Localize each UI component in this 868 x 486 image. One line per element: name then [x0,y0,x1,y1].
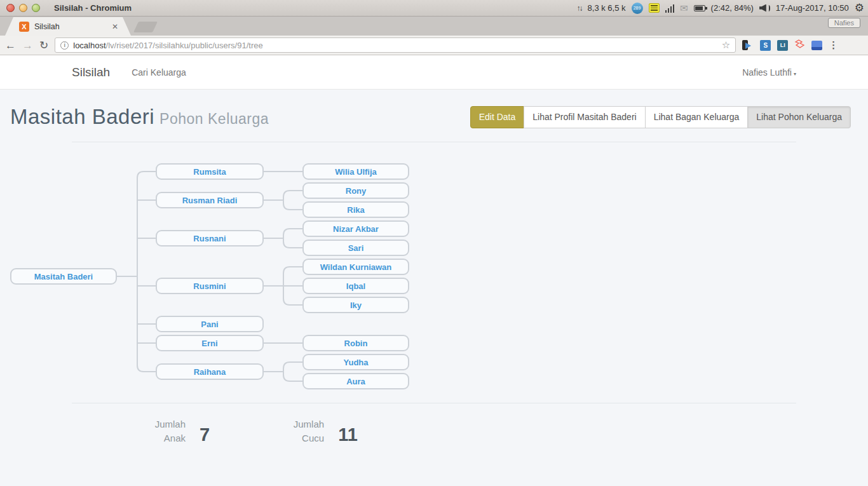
tree-node-grandchild[interactable]: Yudha [302,354,409,370]
new-tab-button[interactable] [133,22,158,32]
li-extension-icon[interactable]: LI [777,40,788,51]
reload-button[interactable]: ↻ [39,40,48,51]
stat-anak-value: 7 [200,424,210,445]
lihat-bagan-button[interactable]: Lihat Bagan Keluarga [645,106,749,128]
brand-silsilah[interactable]: Silsilah [72,65,110,79]
tree-node-grandchild[interactable]: Iqbal [302,278,409,294]
window-close-button[interactable] [6,4,15,12]
page-subtitle: Pohon Keluarga [159,111,269,127]
tree-node-grandchild[interactable]: Wildan Kurniawan [302,259,409,275]
stat-cucu-label: JumlahCucu [285,417,324,445]
browser-menu-icon[interactable]: ⋮ [829,39,838,51]
stats-divider [72,403,796,403]
edit-data-button[interactable]: Edit Data [470,106,525,128]
tree-node-child[interactable]: Rusman Riadi [156,192,264,208]
browser-tab-strip: X Silsilah ✕ Nafies [0,17,868,36]
battery-text: (2:42, 84%) [711,3,754,13]
tree-node-grandchild[interactable]: Nizar Akbar [302,220,409,237]
tree-node-grandchild[interactable]: Wilia Ulfija [302,163,409,180]
tree-node-grandchild[interactable]: Iky [302,297,409,313]
laravel-extension-icon[interactable] [794,39,805,51]
notes-indicator-icon[interactable] [649,3,660,13]
stat-anak-label: JumlahAnak [146,417,186,445]
phone-share-extension-icon[interactable] [742,40,754,50]
action-button-group: Edit Data Lihat Profil Masitah Baderi Li… [470,106,851,128]
tree-node-child[interactable]: Pani [156,316,264,332]
window-maximize-button[interactable] [32,4,40,12]
extension-icons: S LI ⋮ [742,39,838,51]
gear-icon[interactable]: ⚙ [855,1,864,15]
url-text[interactable]: localhost/lv/riset/2017/silsilahku/publi… [73,41,262,50]
person-name-title: Masitah Baderi [10,105,154,128]
window-controls [6,4,40,12]
stat-jumlah-anak: JumlahAnak 7 [146,417,210,445]
tree-node-grandchild[interactable]: Sari [302,240,409,256]
page-title: Masitah BaderiPohon Keluarga [10,105,269,129]
user-dropdown[interactable]: Nafies Luthfi▾ [742,67,796,78]
tree-node-child[interactable]: Raihana [156,363,264,380]
s-extension-icon[interactable]: S [760,40,771,51]
url-host: localhost [73,41,105,50]
stat-jumlah-cucu: JumlahCucu 11 [285,417,358,445]
tree-node-child[interactable]: Rusnani [156,230,264,246]
tree-node-child[interactable]: Rusmini [156,278,264,294]
blue-extension-icon[interactable] [811,41,822,50]
page-header: Masitah BaderiPohon Keluarga Edit Data L… [0,90,868,142]
family-tree: Masitah Baderi Rumsita Rusman Riadi Rusn… [0,161,868,393]
page-info-icon[interactable]: i [60,41,69,50]
volume-icon[interactable] [759,4,770,12]
network-updown-icon[interactable]: ↑↓ [577,4,582,13]
mail-icon[interactable]: ✉ [680,3,688,14]
lihat-profil-button[interactable]: Lihat Profil Masitah Baderi [524,106,645,128]
nav-link-cari-keluarga[interactable]: Cari Keluarga [132,67,186,78]
forward-button[interactable]: → [22,40,33,51]
header-divider [72,142,796,142]
back-button[interactable]: ← [5,40,16,51]
browser-tab-silsilah[interactable]: X Silsilah ✕ [5,17,131,36]
tab-title: Silsilah [34,22,60,31]
window-minimize-button[interactable] [19,4,27,12]
chevron-down-icon: ▾ [794,71,796,77]
clock-text[interactable]: 17-Aug-2017, 10:50 [776,3,849,13]
tree-node-grandchild[interactable]: Rony [302,182,409,199]
tree-node-child[interactable]: Erni [156,335,264,351]
network-speed-text: 8,3 k 6,5 k [588,3,626,13]
app-navbar: Silsilah Cari Keluarga Nafies Luthfi▾ [0,55,868,90]
badge-indicator-icon[interactable]: 289 [632,3,643,14]
tree-node-grandchild[interactable]: Aura [302,373,409,389]
url-path: /lv/riset/2017/silsilahku/public/users/9… [106,41,263,50]
battery-icon[interactable] [694,5,705,11]
url-bar[interactable]: i localhost/lv/riset/2017/silsilahku/pub… [55,37,736,53]
window-title: Silsilah - Chromium [54,3,132,13]
os-top-panel: Silsilah - Chromium ↑↓ 8,3 k 6,5 k 289 ✉… [0,0,868,17]
stat-cucu-value: 11 [338,424,358,445]
tree-node-root[interactable]: Masitah Baderi [10,268,117,285]
system-tray: ↑↓ 8,3 k 6,5 k 289 ✉ (2:42, 84%) 17-Aug-… [577,1,864,15]
tree-node-grandchild[interactable]: Rika [302,201,409,218]
browser-toolbar: ← → ↻ i localhost/lv/riset/2017/silsilah… [0,36,868,55]
stats-section: JumlahAnak 7 JumlahCucu 11 [146,417,868,445]
bookmark-star-icon[interactable]: ☆ [722,39,730,51]
tree-node-grandchild[interactable]: Robin [302,335,409,351]
user-name: Nafies Luthfi [742,67,792,78]
tree-node-child[interactable]: Rumsita [156,163,264,180]
tab-close-icon[interactable]: ✕ [112,22,118,31]
tray-tooltip: Nafies [828,18,860,28]
signal-strength-icon[interactable] [665,4,675,13]
lihat-pohon-button[interactable]: Lihat Pohon Keluarga [747,106,851,128]
xampp-favicon-icon: X [19,22,29,32]
